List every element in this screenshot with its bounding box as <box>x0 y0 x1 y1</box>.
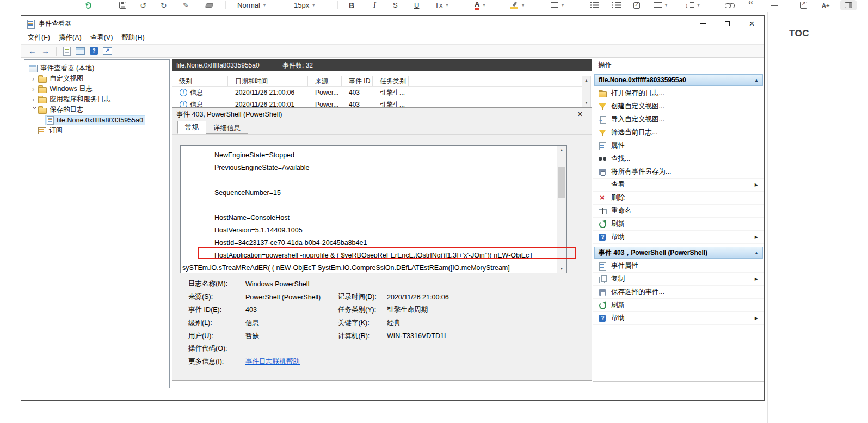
online-help-link[interactable]: 事件日志联机帮助 <box>245 357 338 366</box>
line-height-dropdown[interactable]: ↕ <box>685 0 700 10</box>
font-color-dropdown[interactable]: A <box>475 0 485 10</box>
menu-help[interactable]: 帮助(H) <box>117 32 149 44</box>
paragraph-style-dropdown[interactable]: Normal <box>237 0 266 10</box>
undo-icon[interactable]: ↺ <box>140 0 146 10</box>
action-delete[interactable]: 删除 <box>593 192 764 205</box>
column-header-datetime[interactable]: 日期和时间 <box>228 76 308 86</box>
minimize-button[interactable] <box>691 16 715 32</box>
folder-icon <box>38 106 47 113</box>
message-scrollbar[interactable] <box>557 146 566 273</box>
underline-button[interactable]: U <box>414 0 419 10</box>
tree-item-subscriptions[interactable]: 订阅 <box>24 125 169 136</box>
bullet-list-button[interactable] <box>590 0 599 10</box>
column-header-category[interactable]: 任务类别 <box>373 76 409 86</box>
redo-icon[interactable]: ↻ <box>161 0 167 10</box>
indent-dropdown[interactable] <box>654 0 667 10</box>
tab-general[interactable]: 常规 <box>177 121 206 134</box>
tree-item-app-service-logs[interactable]: 应用程序和服务日志 <box>24 94 169 105</box>
action-create-custom-view[interactable]: 创建自定义视图... <box>593 100 764 113</box>
help-icon[interactable] <box>90 47 98 55</box>
message-line <box>181 199 556 211</box>
action-rename[interactable]: 重命名 <box>593 205 764 218</box>
tree-item-saved-log-file[interactable]: file.None.0xfffffa80335955a0 <box>24 115 169 125</box>
action-properties[interactable]: 属性 <box>593 139 764 152</box>
chevron-right-icon[interactable] <box>32 85 38 93</box>
tree-item-windows-logs[interactable]: Windows 日志 <box>24 84 169 94</box>
action-find[interactable]: 查找... <box>593 152 764 165</box>
action-help-event[interactable]: 帮助 <box>593 312 764 325</box>
sidebar-toggle-button[interactable] <box>840 0 857 10</box>
tree-item-root[interactable]: 事件查看器 (本地) <box>24 63 169 73</box>
align-dropdown[interactable] <box>551 0 564 10</box>
format-painter-icon[interactable]: ✎ <box>183 0 189 10</box>
quote-button[interactable]: “ <box>748 0 753 10</box>
menu-file[interactable]: 文件(F) <box>23 32 54 44</box>
tab-details[interactable]: 详细信息 <box>206 122 248 134</box>
eraser-icon[interactable] <box>206 0 213 10</box>
column-header-source[interactable]: 来源 <box>308 76 342 86</box>
export-icon[interactable] <box>800 0 807 10</box>
scroll-up-icon[interactable] <box>582 76 590 84</box>
action-group-header-log[interactable]: file.None.0xfffffa80335955a0 <box>594 74 763 86</box>
event-message-box[interactable]: NewEngineState=Stopped PreviousEngineSta… <box>180 145 567 273</box>
action-save-selected-events[interactable]: 保存选择的事件... <box>593 286 764 299</box>
checklist-button[interactable] <box>633 0 640 10</box>
property-row: 用户(U): 暂缺 计算机(R): WIN-T3316VDTD1I <box>172 329 592 342</box>
italic-button[interactable]: I <box>373 0 376 10</box>
action-group-header-event[interactable]: 事件 403，PowerShell (PowerShell) <box>594 247 763 259</box>
collapse-icon[interactable] <box>754 250 759 255</box>
font-size-dropdown[interactable]: 15px <box>294 0 315 10</box>
action-view[interactable]: 查看 <box>593 179 764 192</box>
action-refresh-event[interactable]: 刷新 <box>593 299 764 312</box>
column-header-event-id[interactable]: 事件 ID <box>342 76 373 86</box>
sync-icon[interactable] <box>85 0 91 10</box>
action-save-all-events[interactable]: 将所有事件另存为... <box>593 165 764 179</box>
action-refresh[interactable]: 刷新 <box>593 218 764 231</box>
tree-item-saved-logs[interactable]: 保存的日志 <box>24 105 169 115</box>
tree-item-custom-views[interactable]: 自定义视图 <box>24 73 169 84</box>
add-annotation-icon[interactable]: A+ <box>822 0 829 10</box>
chevron-right-icon[interactable] <box>32 75 38 82</box>
menu-view[interactable]: 查看(V) <box>86 32 118 44</box>
console-tree-icon[interactable] <box>76 47 85 55</box>
scroll-up-icon[interactable] <box>557 146 566 154</box>
maximize-button[interactable] <box>715 16 740 32</box>
document-icon[interactable] <box>63 47 71 56</box>
text-format-dropdown[interactable]: Tx <box>435 0 448 10</box>
scroll-thumb[interactable] <box>558 167 565 198</box>
details-close-button[interactable] <box>575 109 585 119</box>
action-import-custom-view[interactable]: 导入自定义视图... <box>593 113 764 126</box>
action-event-properties[interactable]: 事件属性 <box>593 260 764 273</box>
copy-icon <box>598 275 607 284</box>
table-row[interactable]: 信息 2020/11/26 21:00:06 Power... 403 引擎生.… <box>172 87 582 99</box>
close-button[interactable] <box>740 16 764 32</box>
action-open-saved-log[interactable]: 打开保存的日志... <box>593 87 764 100</box>
action-copy[interactable]: 复制 <box>593 273 764 286</box>
bold-button[interactable]: B <box>349 0 354 10</box>
horizontal-rule-button[interactable] <box>771 0 778 10</box>
link-button[interactable] <box>725 0 734 10</box>
column-header-level[interactable]: 级别 <box>172 76 228 86</box>
message-line: PreviousEngineState=Available <box>181 161 556 174</box>
info-level-icon <box>180 101 187 107</box>
table-row[interactable]: 信息 2020/11/26 21:00:01 Power... 403 引擎生.… <box>172 99 582 107</box>
event-details-pane: 事件 403, PowerShell (PowerShell) 常规 详细信息 … <box>172 107 592 381</box>
highlight-color-dropdown[interactable] <box>510 0 524 10</box>
export-icon[interactable] <box>103 47 112 55</box>
action-help[interactable]: 帮助 <box>593 231 764 244</box>
event-list-scrollbar[interactable] <box>582 76 591 107</box>
save-icon[interactable] <box>119 0 126 10</box>
toolbar-divider <box>56 47 57 56</box>
action-filter-current-log[interactable]: 筛选当前日志... <box>593 126 764 139</box>
chevron-right-icon[interactable] <box>32 96 38 103</box>
menu-action[interactable]: 操作(A) <box>54 32 86 44</box>
event-viewer-window: 事件查看器 文件(F) 操作(A) 查看(V) 帮助(H) ← → 事件查看器 … <box>21 15 765 401</box>
properties-icon <box>598 262 607 271</box>
forward-icon[interactable]: → <box>41 47 50 55</box>
scroll-down-icon[interactable] <box>557 265 566 273</box>
scroll-down-icon[interactable] <box>582 99 590 107</box>
back-icon[interactable]: ← <box>28 47 36 55</box>
collapse-icon[interactable] <box>754 78 759 83</box>
strikethrough-button[interactable]: S <box>393 0 398 10</box>
numbered-list-button[interactable] <box>612 0 621 10</box>
